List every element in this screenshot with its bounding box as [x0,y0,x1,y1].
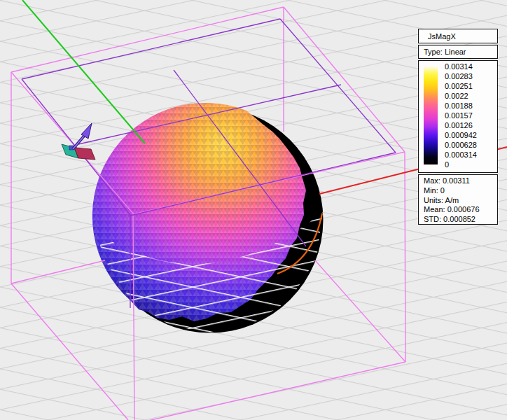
legend-title-box: JsMagX [418,29,498,43]
legend-stat-line: Units: A/m [424,196,497,206]
legend-stat-line: STD: 0.000852 [424,215,497,225]
legend-scale-box: 0.003140.002830.002510.00220.001880.0015… [418,60,498,173]
colorbar [424,66,438,164]
colorbar-tick-label: 0.00188 [445,101,496,111]
scale-type-label: Type: Linear [424,48,466,56]
colorbar-tick-label: 0.000628 [445,140,496,150]
field-legend-panel: JsMagX Type: Linear 0.003140.002830.0025… [418,29,498,226]
colorbar-tick-label: 0.00314 [445,62,496,71]
colorbar-tick-label: 0.00157 [445,111,496,120]
colorbar-tick-label: 0.00251 [445,81,496,91]
legend-type-box: Type: Linear [418,45,498,59]
legend-stat-line: Min: 0 [424,186,497,196]
legend-stat-line: Mean: 0.000676 [424,205,497,215]
legend-stats-box: Max: 0.00311Min: 0Units: A/mMean: 0.0006… [418,174,498,225]
colorbar-tick-label: 0.000314 [445,150,496,160]
colorbar-ticks: 0.003140.002830.002510.00220.001880.0015… [445,62,496,169]
colorbar-tick-label: 0.00283 [445,71,496,81]
simulation-viewer-window: JsMagX Type: Linear 0.003140.002830.0025… [0,0,507,420]
field-name-label: JsMagX [428,32,456,41]
legend-stat-line: Max: 0.00311 [424,176,497,186]
colorbar-tick-label: 0 [445,160,496,169]
colorbar-tick-label: 0.000942 [445,130,496,140]
colorbar-tick-label: 0.0022 [445,91,496,101]
colorbar-tick-label: 0.00126 [445,120,496,130]
